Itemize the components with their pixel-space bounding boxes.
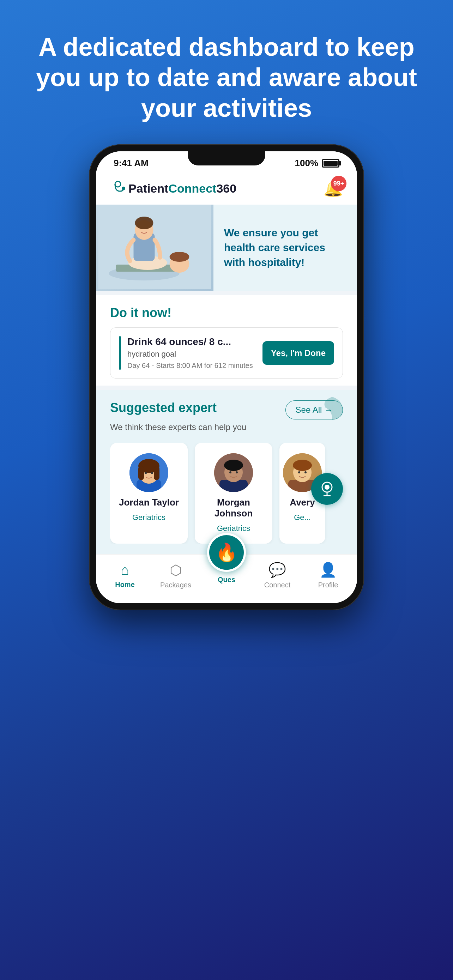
svg-point-0 xyxy=(115,181,121,187)
do-it-now-title: Do it now! xyxy=(110,305,343,320)
bottom-nav: ⌂ Home ⬡ Packages 🔥 Ques 💬 Connect 👤 Pro… xyxy=(96,554,357,603)
hero-banner: We ensure you get health care services w… xyxy=(96,205,357,291)
banner-image xyxy=(96,205,213,291)
battery-icon xyxy=(322,159,339,167)
expert-specialty-morgan: Geriatrics xyxy=(217,524,250,533)
svg-point-7 xyxy=(170,252,189,262)
svg-rect-16 xyxy=(154,466,159,480)
suggested-header: Suggested expert See All → xyxy=(110,400,343,420)
task-meta: Day 64 - Starts 8:00 AM for 612 minutes xyxy=(127,361,256,370)
nav-packages[interactable]: ⬡ Packages xyxy=(150,562,201,589)
jordan-avatar-svg xyxy=(129,453,168,492)
battery-text: 100% xyxy=(295,158,319,169)
expert-name-avery: Avery xyxy=(290,497,315,508)
task-bar xyxy=(119,336,121,370)
task-title: Drink 64 ounces/ 8 c... xyxy=(127,336,256,347)
expert-card-jordan[interactable]: Jordan Taylor Geriatrics xyxy=(110,443,188,544)
task-subtitle: hydration goal xyxy=(127,350,256,359)
notification-badge: 99+ xyxy=(331,176,347,191)
logo-text: PatientConnect360 xyxy=(129,182,236,196)
expert-avatar-morgan xyxy=(214,453,253,492)
support-fab[interactable] xyxy=(311,473,343,505)
section-divider xyxy=(96,291,357,295)
svg-point-22 xyxy=(224,460,243,471)
profile-icon: 👤 xyxy=(319,562,337,578)
expert-specialty-jordan: Geriatrics xyxy=(132,513,165,522)
support-icon xyxy=(318,480,336,498)
expert-name-jordan: Jordan Taylor xyxy=(119,497,179,508)
svg-point-10 xyxy=(135,216,153,229)
home-icon: ⌂ xyxy=(121,562,129,578)
logo-icon xyxy=(110,181,126,196)
suggested-title: Suggested expert xyxy=(110,400,217,415)
svg-point-32 xyxy=(324,485,329,490)
svg-point-23 xyxy=(229,471,231,473)
banner-message: We ensure you get health care services w… xyxy=(224,226,347,270)
center-fab-icon: 🔥 xyxy=(216,542,237,563)
app-header: PatientConnect360 🔔 99+ xyxy=(96,172,357,205)
expert-card-morgan[interactable]: Morgan Johnson Geriatrics xyxy=(195,443,272,544)
svg-point-24 xyxy=(236,471,238,473)
hero-text: A dedicated dashboard to keep you up to … xyxy=(0,0,453,144)
suggested-subtitle: We think these experts can help you xyxy=(110,422,343,432)
nav-center-label: Ques xyxy=(218,576,235,584)
notch xyxy=(188,151,265,165)
experts-row: Jordan Taylor Geriatrics xyxy=(110,443,343,544)
packages-icon: ⬡ xyxy=(170,562,182,578)
nav-connect-label: Connect xyxy=(264,581,291,589)
svg-point-29 xyxy=(298,471,300,473)
phone-screen: 9:41 AM 100% PatientConnect360 xyxy=(96,151,357,603)
task-card: Drink 64 ounces/ 8 c... hydration goal D… xyxy=(110,328,343,379)
expert-specialty-avery: Ge... xyxy=(294,513,311,522)
svg-point-28 xyxy=(293,460,312,471)
logo: PatientConnect360 xyxy=(110,181,236,196)
morgan-avatar-svg xyxy=(214,453,253,492)
status-right: 100% xyxy=(295,158,340,169)
notification-bell[interactable]: 🔔 99+ xyxy=(324,179,343,197)
battery-fill xyxy=(324,161,338,166)
connect-icon: 💬 xyxy=(269,562,286,578)
leaf-decoration xyxy=(318,393,347,422)
nav-profile-label: Profile xyxy=(318,581,339,589)
phone-shell: 9:41 AM 100% PatientConnect360 xyxy=(89,144,364,610)
expert-name-morgan: Morgan Johnson xyxy=(202,497,265,519)
nav-packages-label: Packages xyxy=(160,581,191,589)
task-info: Drink 64 ounces/ 8 c... hydration goal D… xyxy=(127,336,256,370)
nav-home[interactable]: ⌂ Home xyxy=(100,562,150,589)
task-left: Drink 64 ounces/ 8 c... hydration goal D… xyxy=(119,336,256,370)
task-done-button[interactable]: Yes, I'm Done xyxy=(262,341,334,365)
banner-svg xyxy=(96,205,213,289)
nav-home-label: Home xyxy=(115,581,135,589)
nav-profile[interactable]: 👤 Profile xyxy=(303,562,353,589)
suggested-experts-section: Suggested expert See All → We think thes… xyxy=(96,390,357,554)
svg-rect-15 xyxy=(138,466,144,480)
nav-connect[interactable]: 💬 Connect xyxy=(252,562,303,589)
center-fab-button[interactable]: 🔥 xyxy=(207,533,246,572)
banner-text: We ensure you get health care services w… xyxy=(213,205,357,291)
section-divider-2 xyxy=(96,386,357,390)
do-it-now-section: Do it now! Drink 64 ounces/ 8 c... hydra… xyxy=(96,295,357,386)
expert-avatar-jordan xyxy=(129,453,168,492)
svg-point-30 xyxy=(304,471,307,473)
svg-point-17 xyxy=(145,472,147,474)
svg-point-18 xyxy=(151,472,153,474)
svg-point-1 xyxy=(122,187,125,190)
status-time: 9:41 AM xyxy=(114,158,149,169)
